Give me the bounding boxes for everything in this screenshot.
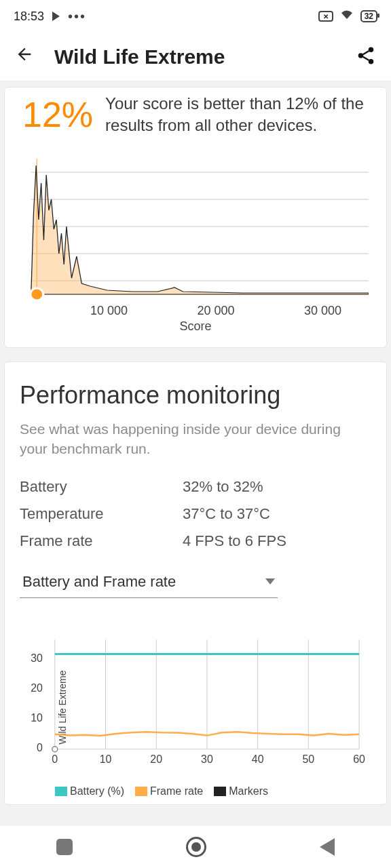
svg-point-2 (369, 59, 374, 64)
monitoring-legend: Battery (%) Frame rate Markers (20, 785, 371, 797)
app-bar: Wild Life Extreme (0, 33, 391, 81)
legend-swatch-markers-icon (214, 787, 226, 796)
metric-value: 4 FPS to 6 FPS (183, 532, 286, 550)
perf-subtitle: See what was happening inside your devic… (20, 419, 371, 459)
metric-value: 32% to 32% (183, 478, 263, 496)
metric-label: Frame rate (20, 532, 183, 550)
chevron-down-icon (265, 578, 275, 585)
page-title: Wild Life Extreme (54, 45, 335, 68)
svg-point-24 (52, 746, 58, 751)
metric-row-framerate: Frame rate 4 FPS to 6 FPS (20, 532, 371, 550)
performance-card: Performance monitoring See what was happ… (4, 361, 387, 805)
svg-point-1 (358, 53, 364, 58)
svg-text:0: 0 (37, 741, 43, 753)
distribution-x-ticks: 10 000 20 000 30 000 (22, 304, 369, 318)
svg-text:Wild Life Extreme: Wild Life Extreme (57, 670, 68, 744)
battery-icon: 32 (360, 10, 377, 22)
svg-text:30: 30 (31, 652, 43, 664)
svg-text:10: 10 (100, 753, 112, 764)
metric-value: 37°C to 37°C (183, 505, 270, 523)
monitoring-chart: 0 10 20 30 Wild Life Extreme (20, 629, 371, 797)
chart-selector-dropdown[interactable]: Battery and Frame rate (20, 569, 278, 598)
system-nav-bar (0, 826, 391, 868)
recents-button[interactable] (56, 839, 73, 855)
wifi-icon (340, 9, 354, 24)
metric-row-battery: Battery 32% to 32% (20, 478, 371, 496)
more-notifications-icon: ••• (68, 9, 86, 24)
home-button[interactable] (186, 837, 206, 857)
metric-label: Temperature (20, 505, 183, 523)
svg-text:20: 20 (150, 753, 162, 764)
back-button-system[interactable] (320, 838, 335, 856)
score-distribution-chart (22, 152, 369, 301)
svg-text:60: 60 (353, 753, 365, 764)
svg-text:50: 50 (302, 753, 314, 764)
mute-icon: ✕ (318, 11, 333, 22)
share-button[interactable] (356, 45, 376, 68)
play-store-icon (52, 12, 60, 21)
status-time: 18:53 (14, 9, 44, 24)
legend-swatch-battery-icon (55, 787, 67, 796)
percentile-text: Your score is better than 12% of the res… (105, 93, 369, 137)
svg-text:40: 40 (252, 753, 264, 764)
svg-text:10: 10 (31, 711, 43, 723)
svg-text:20: 20 (31, 682, 43, 694)
percentile-value: 12% (22, 94, 93, 135)
perf-title: Performance monitoring (20, 381, 371, 410)
percentile-card: 12% Your score is better than 12% of the… (4, 87, 387, 348)
back-button[interactable] (15, 45, 34, 68)
svg-text:0: 0 (52, 753, 58, 764)
status-bar: 18:53 ••• ✕ 32 (0, 0, 391, 33)
svg-text:30: 30 (201, 753, 213, 764)
legend-swatch-framerate-icon (135, 787, 147, 796)
distribution-x-label: Score (22, 319, 369, 334)
svg-point-10 (31, 288, 43, 300)
metric-label: Battery (20, 478, 183, 496)
dropdown-value: Battery and Frame rate (22, 573, 176, 591)
metric-row-temperature: Temperature 37°C to 37°C (20, 505, 371, 523)
svg-point-0 (369, 47, 374, 52)
